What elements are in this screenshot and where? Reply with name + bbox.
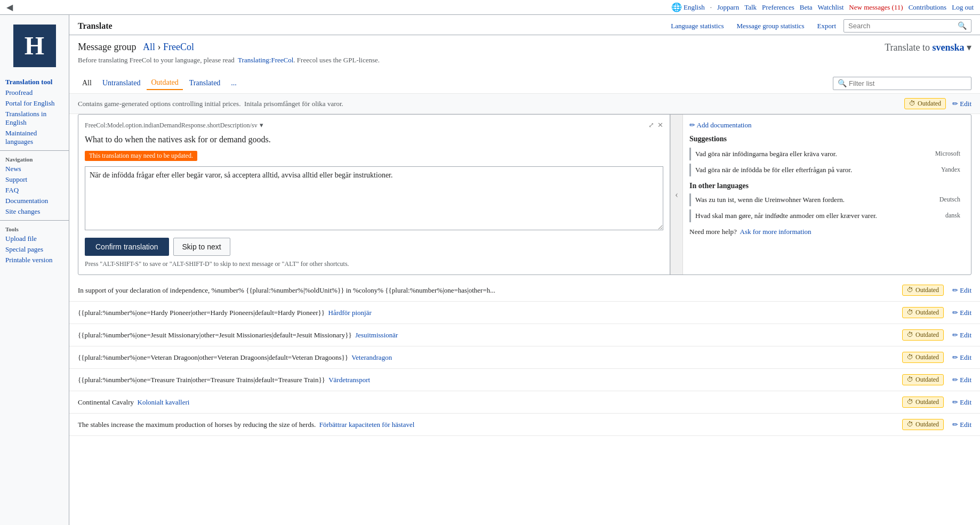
status-badge-1: ⏱ Outdated	[902, 307, 944, 318]
translation-tool-link[interactable]: Translation tool	[5, 78, 52, 86]
skip-to-next-button[interactable]: Skip to next	[173, 238, 230, 256]
filter-more[interactable]: ...	[227, 77, 241, 90]
top-bar: ◀ 🌐 English · Jopparn Talk Preferences B…	[0, 0, 980, 15]
tab-language-statistics[interactable]: Language statistics	[665, 20, 729, 33]
row-text-3: {{plural:%number%|one=Veteran Dragoon|ot…	[78, 353, 902, 362]
row-right-1: ⏱ Outdated ✏ Edit	[902, 307, 971, 318]
message-group-label: Message group	[78, 42, 136, 52]
confirm-translation-button[interactable]: Confirm translation	[85, 238, 169, 256]
row-text-5: Continental Cavalry Kolonialt kavalleri	[78, 398, 902, 407]
translated-text-1: Hårdför pionjär	[328, 309, 372, 317]
logo[interactable]: H	[0, 19, 69, 72]
sidebar-item-site-changes[interactable]: Site changes	[0, 206, 69, 217]
suggestions-title: Suggestions	[689, 135, 965, 143]
printable-link[interactable]: Printable version	[5, 256, 52, 264]
contributions-link[interactable]: Contributions	[909, 3, 947, 12]
dropdown-icon[interactable]: ▾	[967, 42, 971, 53]
sidebar-item-documentation[interactable]: Documentation	[0, 196, 69, 206]
preferences-link[interactable]: Preferences	[762, 3, 794, 12]
top-bar-right: 🌐 English · Jopparn Talk Preferences Bet…	[671, 2, 974, 12]
filter-search-box[interactable]: 🔍	[833, 77, 971, 90]
site-changes-link[interactable]: Site changes	[5, 207, 40, 215]
translated-text-5: Kolonialt kavalleri	[138, 398, 190, 406]
row-right-4: ⏱ Outdated ✏ Edit	[902, 374, 971, 385]
clock-icon-0: ⏱	[907, 286, 913, 294]
back-icon[interactable]: ◀	[6, 2, 13, 12]
filter-outdated[interactable]: Outdated	[147, 76, 182, 90]
logout-link[interactable]: Log out	[952, 3, 974, 12]
language-selector[interactable]: 🌐 English	[671, 2, 705, 12]
breadcrumb: Message group All › FreeCol	[78, 42, 194, 53]
edit-row-5[interactable]: ✏ Edit	[952, 398, 971, 407]
all-link[interactable]: All	[143, 42, 155, 52]
translation-list: In support of your declaration of indepe…	[69, 279, 980, 436]
header-search-box[interactable]: 🔍	[844, 19, 971, 33]
sidebar-item-support[interactable]: Support	[0, 174, 69, 185]
other-lang-item-0: Was zu tun ist, wenn die Ureinwohner War…	[689, 193, 965, 206]
new-messages-link[interactable]: New messages (11)	[849, 3, 903, 12]
documentation-link[interactable]: Documentation	[5, 197, 48, 205]
filter-translated[interactable]: Translated	[185, 77, 225, 90]
upload-file-link[interactable]: Upload file	[5, 235, 37, 243]
shortcut-hint: Press "ALT-SHIFT-S" to save or "ALT-SHIF…	[85, 260, 663, 268]
filter-all[interactable]: All	[78, 77, 96, 90]
special-pages-link[interactable]: Special pages	[5, 245, 43, 253]
edit-link[interactable]: ✏ Edit	[952, 100, 971, 108]
support-link[interactable]: Support	[5, 175, 27, 183]
sidebar-item-translation-tool[interactable]: Translation tool	[0, 77, 69, 87]
editor-title-link[interactable]: FreeCol:Model.option.indianDemandRespons…	[85, 122, 258, 130]
description-main: Contains game-generated options controll…	[78, 100, 240, 108]
edit-row-3[interactable]: ✏ Edit	[952, 353, 971, 362]
talk-link[interactable]: Talk	[744, 3, 757, 12]
sidebar-item-translations-english[interactable]: Translations in English	[0, 109, 69, 128]
breadcrumb-separator: ›	[158, 42, 164, 52]
sidebar-item-special-pages[interactable]: Special pages	[0, 244, 69, 255]
translation-textarea[interactable]	[85, 166, 663, 230]
filter-untranslated[interactable]: Untranslated	[98, 77, 145, 90]
add-documentation-link[interactable]: ✏ Add documentation	[689, 121, 965, 130]
tab-export[interactable]: Export	[812, 20, 841, 33]
beta-link[interactable]: Beta	[800, 3, 813, 12]
portal-english-link[interactable]: Portal for English	[5, 99, 54, 107]
sidebar-item-news[interactable]: News	[0, 164, 69, 174]
sidebar-item-faq[interactable]: FAQ	[0, 185, 69, 196]
sidebar-item-upload-file[interactable]: Upload file	[0, 233, 69, 244]
panel-arrow[interactable]: ‹	[670, 115, 683, 274]
pencil-icon: ✏	[952, 100, 958, 108]
clock-icon: ⏱	[909, 100, 915, 108]
chevron-down-icon[interactable]: ▾	[260, 121, 263, 130]
user-link[interactable]: Jopparn	[717, 3, 739, 12]
editor-right: ✏ Add documentation Suggestions Vad göra…	[683, 115, 971, 274]
sidebar-item-printable[interactable]: Printable version	[0, 255, 69, 265]
edit-row-1[interactable]: ✏ Edit	[952, 309, 971, 317]
row-right-6: ⏱ Outdated ✏ Edit	[902, 419, 971, 430]
translations-english-link[interactable]: Translations in English	[5, 110, 46, 126]
close-icon[interactable]: ✕	[657, 121, 663, 130]
translated-text-4: Värdetransport	[328, 376, 370, 384]
edit-row-0[interactable]: ✏ Edit	[952, 286, 971, 295]
sidebar-item-portal-english[interactable]: Portal for English	[0, 98, 69, 109]
language-link[interactable]: English	[684, 3, 705, 12]
news-link[interactable]: News	[5, 165, 21, 173]
edit-row-6[interactable]: ✏ Edit	[952, 421, 971, 429]
translate-to: Translate to svenska ▾	[885, 42, 971, 53]
tab-message-group-statistics[interactable]: Message group statistics	[732, 20, 810, 33]
watchlist-link[interactable]: Watchlist	[818, 3, 844, 12]
edit-row-2[interactable]: ✏ Edit	[952, 331, 971, 340]
header-tabs: Language statistics Message group statis…	[665, 19, 971, 33]
translate-to-lang[interactable]: svenska	[932, 42, 964, 53]
maintained-languages-link[interactable]: Maintained languages	[5, 129, 37, 146]
project-link[interactable]: FreeCol	[163, 42, 194, 52]
search-input[interactable]	[848, 22, 958, 30]
filter-input[interactable]	[849, 79, 967, 87]
ask-for-info-link[interactable]: Ask for more information	[740, 228, 812, 236]
sidebar-item-proofread[interactable]: Proofread	[0, 87, 69, 98]
proofread-link[interactable]: Proofread	[5, 88, 33, 96]
translating-freecol-link[interactable]: Translating:FreeCol	[238, 56, 293, 64]
other-lang-item-1: Hvad skal man gøre, når indfødte anmoder…	[689, 209, 965, 222]
edit-row-4[interactable]: ✏ Edit	[952, 376, 971, 384]
sidebar-item-maintained-languages[interactable]: Maintained languages	[0, 128, 69, 147]
resize-icon[interactable]: ⤢	[648, 121, 654, 130]
wrapper: H Translation tool Proofread Portal for …	[0, 15, 980, 525]
faq-link[interactable]: FAQ	[5, 186, 19, 194]
